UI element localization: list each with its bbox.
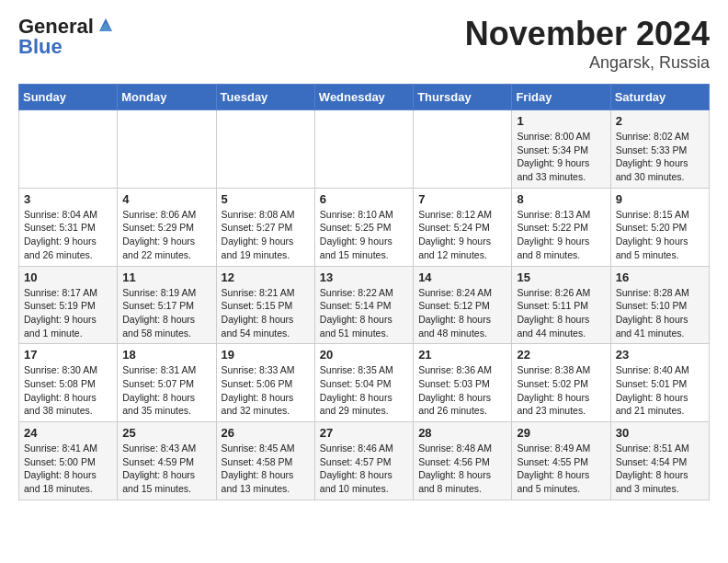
day-info: Sunrise: 8:40 AM Sunset: 5:01 PM Dayligh… [616,363,704,418]
day-info: Sunrise: 8:48 AM Sunset: 4:56 PM Dayligh… [418,442,506,496]
calendar-cell: 10Sunrise: 8:17 AM Sunset: 5:19 PM Dayli… [19,266,118,344]
calendar-cell: 29Sunrise: 8:49 AM Sunset: 4:55 PM Dayli… [512,422,610,500]
calendar-cell: 23Sunrise: 8:40 AM Sunset: 5:01 PM Dayli… [610,344,709,422]
day-info: Sunrise: 8:31 AM Sunset: 5:07 PM Dayligh… [122,363,210,418]
day-number: 24 [24,426,112,440]
calendar-cell: 30Sunrise: 8:51 AM Sunset: 4:54 PM Dayli… [610,422,709,500]
day-number: 1 [517,114,605,128]
day-info: Sunrise: 8:36 AM Sunset: 5:03 PM Dayligh… [418,363,506,418]
day-number: 22 [517,348,605,362]
calendar-cell: 1Sunrise: 8:00 AM Sunset: 5:34 PM Daylig… [512,110,610,189]
day-info: Sunrise: 8:22 AM Sunset: 5:14 PM Dayligh… [320,286,408,340]
calendar-week-5: 24Sunrise: 8:41 AM Sunset: 5:00 PM Dayli… [19,422,710,500]
day-info: Sunrise: 8:21 AM Sunset: 5:15 PM Dayligh… [222,286,310,340]
day-info: Sunrise: 8:38 AM Sunset: 5:02 PM Dayligh… [517,363,605,418]
day-info: Sunrise: 8:51 AM Sunset: 4:54 PM Dayligh… [616,442,704,496]
day-info: Sunrise: 8:28 AM Sunset: 5:10 PM Dayligh… [616,286,704,340]
day-info: Sunrise: 8:46 AM Sunset: 4:57 PM Dayligh… [320,442,408,496]
day-number: 23 [616,348,704,362]
calendar-cell [216,110,314,189]
day-info: Sunrise: 8:33 AM Sunset: 5:06 PM Dayligh… [222,363,310,418]
calendar-cell: 4Sunrise: 8:06 AM Sunset: 5:29 PM Daylig… [118,188,216,266]
calendar-cell: 18Sunrise: 8:31 AM Sunset: 5:07 PM Dayli… [118,344,216,422]
calendar-cell: 21Sunrise: 8:36 AM Sunset: 5:03 PM Dayli… [414,344,512,422]
logo-icon [96,15,116,35]
day-info: Sunrise: 8:15 AM Sunset: 5:20 PM Dayligh… [616,208,704,262]
calendar-cell: 14Sunrise: 8:24 AM Sunset: 5:12 PM Dayli… [414,266,512,344]
day-number: 14 [418,270,506,284]
day-number: 19 [222,348,310,362]
calendar-cell: 8Sunrise: 8:13 AM Sunset: 5:22 PM Daylig… [512,188,610,266]
calendar-cell: 2Sunrise: 8:02 AM Sunset: 5:33 PM Daylig… [610,110,709,189]
calendar-cell: 22Sunrise: 8:38 AM Sunset: 5:02 PM Dayli… [512,344,610,422]
header-wednesday: Wednesday [314,85,413,110]
day-info: Sunrise: 8:10 AM Sunset: 5:25 PM Dayligh… [320,208,408,262]
day-number: 20 [320,348,408,362]
day-info: Sunrise: 8:06 AM Sunset: 5:29 PM Dayligh… [122,208,210,262]
calendar-table: Sunday Monday Tuesday Wednesday Thursday… [18,84,710,500]
day-number: 12 [222,270,310,284]
calendar-cell: 6Sunrise: 8:10 AM Sunset: 5:25 PM Daylig… [314,188,413,266]
day-info: Sunrise: 8:19 AM Sunset: 5:17 PM Dayligh… [122,286,210,340]
day-number: 17 [24,348,112,362]
calendar-cell [414,110,512,189]
day-number: 10 [24,270,112,284]
day-number: 8 [517,192,605,206]
day-info: Sunrise: 8:08 AM Sunset: 5:27 PM Dayligh… [222,208,310,262]
calendar-week-3: 10Sunrise: 8:17 AM Sunset: 5:19 PM Dayli… [19,266,710,344]
header-sunday: Sunday [19,85,118,110]
calendar-cell: 9Sunrise: 8:15 AM Sunset: 5:20 PM Daylig… [610,188,709,266]
calendar-cell: 27Sunrise: 8:46 AM Sunset: 4:57 PM Dayli… [314,422,413,500]
svg-marker-1 [99,22,112,31]
day-number: 2 [616,114,704,128]
day-info: Sunrise: 8:43 AM Sunset: 4:59 PM Dayligh… [122,442,210,496]
day-number: 13 [320,270,408,284]
day-number: 7 [418,192,506,206]
day-info: Sunrise: 8:49 AM Sunset: 4:55 PM Dayligh… [517,442,605,496]
calendar-cell: 16Sunrise: 8:28 AM Sunset: 5:10 PM Dayli… [610,266,709,344]
page-header: General Blue November 2024 Angarsk, Russ… [18,15,710,73]
calendar-cell: 25Sunrise: 8:43 AM Sunset: 4:59 PM Dayli… [118,422,216,500]
day-info: Sunrise: 8:45 AM Sunset: 4:58 PM Dayligh… [222,442,310,496]
day-info: Sunrise: 8:12 AM Sunset: 5:24 PM Dayligh… [418,208,506,262]
day-number: 18 [122,348,210,362]
day-number: 26 [222,426,310,440]
day-info: Sunrise: 8:30 AM Sunset: 5:08 PM Dayligh… [24,363,112,418]
title-block: November 2024 Angarsk, Russia [465,15,710,73]
calendar-cell: 3Sunrise: 8:04 AM Sunset: 5:31 PM Daylig… [19,188,118,266]
calendar-cell [118,110,216,189]
day-number: 16 [616,270,704,284]
day-number: 5 [222,192,310,206]
calendar-cell: 11Sunrise: 8:19 AM Sunset: 5:17 PM Dayli… [118,266,216,344]
day-number: 4 [122,192,210,206]
calendar-cell: 7Sunrise: 8:12 AM Sunset: 5:24 PM Daylig… [414,188,512,266]
day-number: 21 [418,348,506,362]
calendar-cell: 17Sunrise: 8:30 AM Sunset: 5:08 PM Dayli… [19,344,118,422]
day-number: 27 [320,426,408,440]
day-info: Sunrise: 8:35 AM Sunset: 5:04 PM Dayligh… [320,363,408,418]
day-number: 6 [320,192,408,206]
day-info: Sunrise: 8:26 AM Sunset: 5:11 PM Dayligh… [517,286,605,340]
day-number: 30 [616,426,704,440]
calendar-week-1: 1Sunrise: 8:00 AM Sunset: 5:34 PM Daylig… [19,110,710,189]
calendar-cell [19,110,118,189]
day-info: Sunrise: 8:02 AM Sunset: 5:33 PM Dayligh… [616,130,704,184]
day-number: 25 [122,426,210,440]
header-thursday: Thursday [414,85,512,110]
day-number: 28 [418,426,506,440]
logo: General Blue [18,15,116,59]
day-number: 29 [517,426,605,440]
calendar-cell: 13Sunrise: 8:22 AM Sunset: 5:14 PM Dayli… [314,266,413,344]
calendar-cell: 19Sunrise: 8:33 AM Sunset: 5:06 PM Dayli… [216,344,314,422]
day-info: Sunrise: 8:41 AM Sunset: 5:00 PM Dayligh… [24,442,112,496]
header-friday: Friday [512,85,610,110]
day-number: 9 [616,192,704,206]
calendar-cell: 26Sunrise: 8:45 AM Sunset: 4:58 PM Dayli… [216,422,314,500]
day-number: 11 [122,270,210,284]
calendar-week-4: 17Sunrise: 8:30 AM Sunset: 5:08 PM Dayli… [19,344,710,422]
calendar-cell: 24Sunrise: 8:41 AM Sunset: 5:00 PM Dayli… [19,422,118,500]
calendar-week-2: 3Sunrise: 8:04 AM Sunset: 5:31 PM Daylig… [19,188,710,266]
day-info: Sunrise: 8:04 AM Sunset: 5:31 PM Dayligh… [24,208,112,262]
day-info: Sunrise: 8:24 AM Sunset: 5:12 PM Dayligh… [418,286,506,340]
calendar-cell: 12Sunrise: 8:21 AM Sunset: 5:15 PM Dayli… [216,266,314,344]
